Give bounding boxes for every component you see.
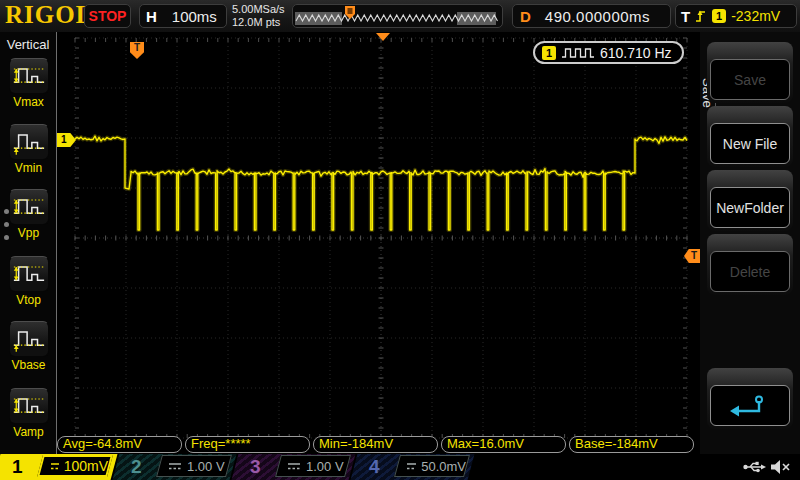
measurement-min: Min=-184mV [313, 436, 438, 453]
sidebar-item-vmin[interactable]: Vmin [7, 124, 50, 175]
new-file-button[interactable]: New File [710, 123, 790, 164]
graticule-and-trace [57, 32, 700, 454]
memory-depth: 12.0M pts [232, 16, 285, 29]
new-folder-button[interactable]: NewFolder [710, 187, 790, 228]
measurement-base: Base=-184mV [569, 436, 694, 453]
save-menu: Save Save New File NewFolder Delete [700, 32, 800, 454]
channel-4-status[interactable]: 4 50.0mV [359, 454, 473, 480]
sidebar-item-vtop[interactable]: Vtop [7, 256, 50, 307]
channel-1-scale: 100mV [64, 458, 108, 474]
trigger-slope-rising-icon [694, 8, 707, 24]
measurement-max: Max=16.0mV [441, 436, 566, 453]
delay-value: 490.000000ms [545, 8, 650, 25]
vpp-measure-icon [9, 189, 49, 225]
top-status-bar: RIGOL STOP H 100ms 5.00MSa/s 12.0M pts D… [0, 0, 800, 33]
display-area: 1 T T 1 610.710 Hz [57, 32, 700, 454]
channel-4-scale: 50.0mV [421, 459, 466, 474]
back-button-key [707, 368, 793, 429]
sample-rate: 5.00MSa/s [232, 3, 285, 16]
vmin-measure-icon [9, 124, 49, 160]
sidebar-item-vamp[interactable]: Vamp [7, 388, 50, 439]
channel-3-scale: 1.00 V [306, 459, 344, 474]
return-back-button[interactable] [710, 385, 790, 426]
save-button[interactable]: Save [710, 59, 790, 100]
acquisition-info: 5.00MSa/s 12.0M pts [232, 3, 285, 29]
freq-counter-channel-chip: 1 [542, 46, 556, 60]
trigger-level-value: -232mV [731, 8, 780, 24]
channel-1-number: 1 [12, 456, 23, 478]
coupling-dc-icon [287, 462, 301, 471]
rigol-logo: RIGOL [5, 1, 93, 29]
delay-box[interactable]: D 490.000000ms [512, 4, 671, 28]
delete-button-key: Delete [707, 234, 793, 295]
freq-counter-value: 610.710 Hz [600, 45, 672, 61]
channel-1-status[interactable]: 1 100mV [2, 454, 116, 480]
vamp-measure-icon [9, 388, 49, 424]
menu-page-dots [4, 201, 9, 248]
trigger-position-triangle[interactable] [376, 33, 390, 41]
coupling-dc-icon [168, 462, 182, 471]
channel-2-status[interactable]: 2 1.00 V [121, 454, 235, 480]
square-wave-icon [561, 46, 595, 59]
vtop-measure-icon [9, 256, 49, 292]
sidebar-item-vpp[interactable]: Vpp [7, 189, 50, 240]
delete-button[interactable]: Delete [710, 251, 790, 292]
vbase-measure-icon [9, 321, 49, 357]
frequency-counter-badge: 1 610.710 Hz [533, 41, 684, 64]
new-folder-button-key: NewFolder [707, 170, 793, 231]
channel-status-bar: 1 100mV 2 1.00 V 3 1.00 V 4 [0, 454, 800, 480]
measurement-avg: Avg=-64.8mV [57, 436, 182, 453]
return-arrow-icon [727, 392, 773, 420]
speaker-muted-icon [770, 459, 792, 475]
trigger-box[interactable]: T 1 -232mV [675, 4, 797, 28]
delay-label: D [520, 8, 531, 25]
timebase-label: H [146, 8, 157, 25]
channel-2-scale: 1.00 V [187, 459, 225, 474]
channel-4-number: 4 [369, 456, 380, 478]
timebase-value: 100ms [172, 8, 217, 25]
waveform-overview-bar[interactable] [292, 4, 503, 28]
horizontal-timebase-box[interactable]: H 100ms [139, 4, 227, 28]
menu-title: Vertical [0, 37, 56, 52]
save-button-key: Save [707, 42, 793, 103]
waveform-overview-graphic [293, 5, 502, 27]
measurement-freq: Freq=***** [185, 436, 310, 453]
channel-3-status[interactable]: 3 1.00 V [240, 454, 354, 480]
run-state-label: STOP [89, 8, 127, 24]
vmax-measure-icon [9, 58, 49, 94]
run-state-indicator[interactable]: STOP [84, 4, 131, 28]
channel-2-number: 2 [131, 456, 142, 478]
oscilloscope-screen: RIGOL STOP H 100ms 5.00MSa/s 12.0M pts D… [0, 0, 800, 480]
vertical-measure-menu: Vertical Vmax Vmin Vpp Vtop Vbase Vamp [0, 32, 57, 454]
new-file-button-key: New File [707, 106, 793, 167]
coupling-dc-icon [406, 462, 416, 471]
coupling-dc-icon [50, 462, 59, 471]
sidebar-item-vmax[interactable]: Vmax [7, 58, 50, 109]
sidebar-item-vbase[interactable]: Vbase [7, 321, 50, 372]
trigger-source-chip: 1 [712, 9, 726, 23]
channel-3-number: 3 [250, 456, 261, 478]
trigger-label: T [681, 8, 690, 25]
usb-icon [742, 459, 766, 475]
